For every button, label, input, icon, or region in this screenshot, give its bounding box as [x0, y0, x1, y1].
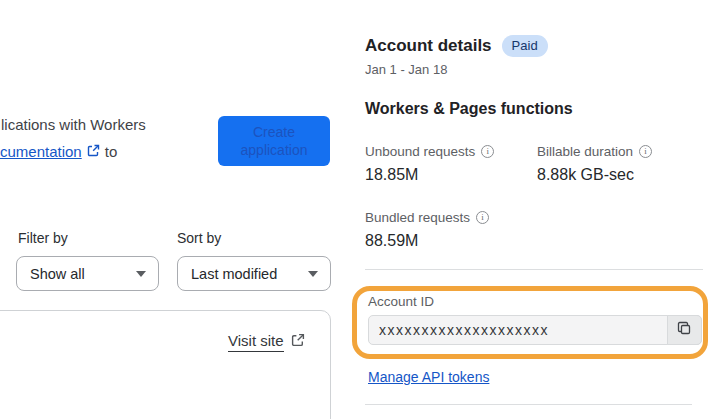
copy-icon [677, 321, 692, 339]
stat-label-text: Billable duration [537, 144, 633, 159]
intro-text-line1: lications with Workers [1, 116, 146, 133]
filter-dropdown-value: Show all [30, 266, 85, 282]
intro-text-line2: cumentation to [0, 143, 117, 160]
sort-dropdown-value: Last modified [191, 266, 277, 282]
stat-label-text: Unbound requests [365, 144, 475, 159]
external-link-icon [87, 143, 100, 160]
intro-text-suffix: to [105, 143, 118, 160]
account-details-heading: Account details Paid [365, 35, 548, 57]
stat-value-bundled-requests: 88.59M [365, 232, 418, 250]
functions-section-title: Workers & Pages functions [365, 100, 573, 118]
paid-badge: Paid [502, 35, 548, 57]
account-id-field-group [368, 315, 702, 345]
filter-dropdown[interactable]: Show all [16, 256, 159, 291]
account-id-label: Account ID [368, 294, 434, 309]
external-link-icon [291, 333, 305, 351]
chevron-down-icon [308, 271, 318, 277]
filter-by-label: Filter by [18, 230, 68, 246]
manage-api-tokens-link[interactable]: Manage API tokens [368, 369, 489, 385]
stat-label-text: Bundled requests [365, 210, 470, 225]
visit-site-link[interactable]: Visit site [228, 332, 305, 352]
stat-value-billable-duration: 8.88k GB-sec [537, 166, 634, 184]
divider [365, 404, 692, 405]
copy-account-id-button[interactable] [667, 315, 702, 345]
sort-by-label: Sort by [177, 230, 221, 246]
info-icon[interactable]: i [481, 145, 494, 158]
documentation-link[interactable]: cumentation [0, 143, 82, 160]
account-details-title: Account details [365, 36, 492, 56]
info-icon[interactable]: i [476, 211, 489, 224]
workers-pages-dashboard: lications with Workers cumentation to Cr… [0, 0, 718, 419]
account-id-input[interactable] [368, 315, 702, 345]
stat-label-billable-duration: Billable duration i [537, 144, 652, 159]
sort-dropdown[interactable]: Last modified [177, 256, 331, 291]
stat-value-unbound-requests: 18.85M [365, 166, 418, 184]
stat-label-unbound-requests: Unbound requests i [365, 144, 494, 159]
create-application-button[interactable]: Create application [218, 116, 330, 166]
divider [365, 269, 703, 270]
project-card [0, 310, 331, 419]
info-icon[interactable]: i [639, 145, 652, 158]
chevron-down-icon [136, 271, 146, 277]
visit-site-label: Visit site [228, 332, 284, 352]
stat-label-bundled-requests: Bundled requests i [365, 210, 489, 225]
date-range: Jan 1 - Jan 18 [365, 62, 447, 77]
